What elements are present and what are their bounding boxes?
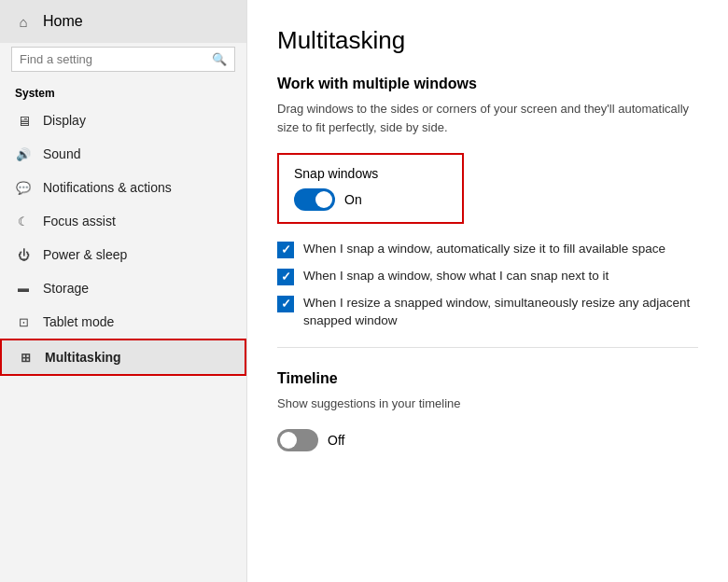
section-divider (277, 347, 698, 348)
checkbox-2[interactable] (277, 269, 294, 285)
search-box[interactable]: 🔍 (11, 47, 235, 72)
checkbox-1[interactable] (277, 242, 294, 258)
snap-toggle-row: On (294, 188, 447, 211)
sidebar-item-label: Power & sleep (43, 247, 127, 262)
sidebar-home-button[interactable]: ⌂ Home (0, 0, 246, 43)
sidebar-item-label: Display (43, 113, 86, 128)
search-input[interactable] (20, 52, 206, 66)
search-icon: 🔍 (212, 52, 227, 66)
sidebar-item-label: Notifications & actions (43, 180, 172, 195)
focus-icon: ☾ (15, 213, 32, 229)
sidebar-item-label: Focus assist (43, 214, 116, 229)
checkbox-3[interactable] (277, 296, 294, 312)
section-multiple-windows: Work with multiple windows Drag windows … (277, 76, 698, 330)
timeline-toggle[interactable] (277, 429, 318, 451)
checkbox-item-3: When I resize a snapped window, simultan… (277, 295, 698, 330)
section1-title: Work with multiple windows (277, 76, 698, 92)
multitasking-icon: ⊞ (17, 349, 34, 366)
power-icon: ⏻ (15, 246, 32, 263)
section1-description: Drag windows to the sides or corners of … (277, 100, 698, 136)
checkbox-item-2: When I snap a window, show what I can sn… (277, 268, 698, 285)
timeline-section: Timeline Show suggestions in your timeli… (277, 370, 698, 452)
checkbox-1-label: When I snap a window, automatically size… (303, 241, 665, 258)
sidebar-item-notifications[interactable]: 💬 Notifications & actions (0, 171, 246, 204)
timeline-toggle-row: Off (277, 429, 698, 451)
sidebar-item-sound[interactable]: 🔊 Sound (0, 137, 246, 171)
sidebar-item-label: Tablet mode (43, 314, 114, 329)
sidebar-section-label: System (0, 81, 246, 104)
sidebar-home-label: Home (43, 13, 83, 30)
timeline-toggle-status: Off (328, 433, 344, 448)
snap-windows-label: Snap windows (294, 166, 447, 181)
snap-toggle[interactable] (294, 188, 335, 211)
snap-windows-box: Snap windows On (277, 153, 464, 224)
storage-icon: ▬ (15, 280, 32, 297)
checkbox-2-label: When I snap a window, show what I can sn… (303, 268, 609, 285)
sidebar-item-storage[interactable]: ▬ Storage (0, 271, 246, 305)
sidebar: ⌂ Home 🔍 System 🖥 Display 🔊 Sound 💬 Noti… (0, 0, 247, 582)
timeline-title: Timeline (277, 370, 698, 387)
sound-icon: 🔊 (15, 146, 32, 162)
checkbox-item-1: When I snap a window, automatically size… (277, 241, 698, 258)
sidebar-item-tablet[interactable]: ⊡ Tablet mode (0, 305, 246, 339)
notifications-icon: 💬 (15, 179, 32, 196)
sidebar-item-focus[interactable]: ☾ Focus assist (0, 204, 246, 238)
sidebar-item-display[interactable]: 🖥 Display (0, 104, 246, 137)
checkbox-3-label: When I resize a snapped window, simultan… (303, 295, 698, 330)
timeline-suggestions-label: Show suggestions in your timeline (277, 395, 698, 413)
sidebar-item-multitasking[interactable]: ⊞ Multitasking (0, 339, 246, 376)
sidebar-item-label: Sound (43, 146, 80, 161)
sidebar-item-label: Multitasking (45, 350, 121, 365)
main-content: Multitasking Work with multiple windows … (247, 0, 728, 582)
snap-toggle-status: On (344, 192, 362, 207)
page-title: Multitasking (277, 26, 698, 55)
home-icon: ⌂ (15, 13, 32, 30)
display-icon: 🖥 (15, 112, 32, 129)
sidebar-item-label: Storage (43, 281, 89, 296)
tablet-icon: ⊡ (15, 313, 32, 330)
sidebar-item-power[interactable]: ⏻ Power & sleep (0, 238, 246, 271)
